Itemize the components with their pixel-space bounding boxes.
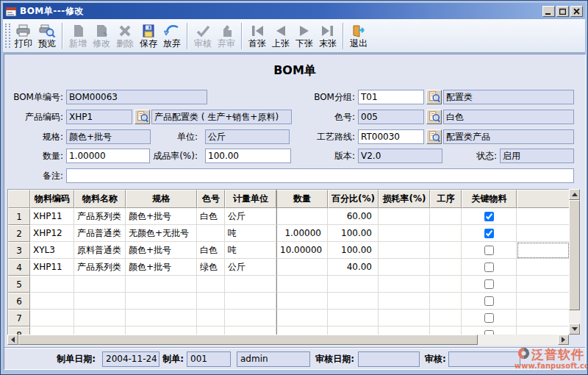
cell-qty[interactable] (276, 276, 328, 293)
cell-material-code[interactable] (30, 293, 74, 310)
last-record-button[interactable]: 末张 (317, 22, 339, 50)
cell-spec[interactable] (126, 293, 197, 310)
cell-loss[interactable] (379, 208, 430, 225)
cell-spec[interactable]: 无颜色+无批号 (126, 225, 197, 242)
key-material-checkbox[interactable] (484, 212, 494, 221)
grid-horizontal-scrollbar[interactable] (7, 335, 569, 346)
key-material-checkbox[interactable] (484, 313, 494, 323)
abandon-button[interactable]: 放弃 (161, 22, 183, 50)
cell-process[interactable] (430, 326, 462, 335)
cell-process[interactable] (430, 225, 462, 242)
cell-key-material[interactable] (462, 208, 517, 225)
cell-material-code[interactable] (30, 310, 74, 326)
cell-key-material[interactable] (462, 310, 517, 326)
vertical-scroll-thumb[interactable] (569, 200, 580, 310)
cell-material-code[interactable]: XHP12 (30, 225, 74, 242)
exit-button[interactable]: 退出 (348, 22, 370, 50)
cell-unit[interactable]: 吨 (225, 225, 276, 242)
maximize-button[interactable] (556, 6, 569, 17)
cell-material-name[interactable]: 产品系列类 (74, 208, 126, 225)
scroll-down-button[interactable] (569, 324, 580, 335)
cell-material-name[interactable]: 产品普通类 (74, 225, 126, 242)
cell-material-code[interactable]: XHP11 (30, 259, 74, 276)
key-material-checkbox[interactable] (484, 229, 494, 238)
first-record-button[interactable]: 首张 (246, 22, 268, 50)
cell-loss[interactable] (379, 293, 430, 310)
cell-color[interactable] (197, 276, 225, 293)
cell-extra[interactable] (517, 293, 569, 310)
cell-qty[interactable] (276, 259, 328, 276)
cell-extra[interactable] (517, 326, 569, 335)
cell-process[interactable] (430, 310, 462, 326)
cell-color[interactable] (197, 293, 225, 310)
cell-percent[interactable]: 60.00 (328, 208, 379, 225)
cell-color[interactable]: 绿色 (197, 259, 225, 276)
print-button[interactable]: 打印 (12, 22, 35, 50)
cell-unit[interactable]: 公斤 (225, 208, 276, 225)
cell-extra[interactable] (517, 259, 569, 276)
close-button[interactable] (570, 6, 583, 17)
toolbar-gripper[interactable] (5, 24, 10, 48)
scroll-right-button[interactable] (558, 335, 569, 345)
cell-percent[interactable] (328, 276, 379, 293)
cell-material-name[interactable]: 产品系列类 (74, 259, 126, 276)
cell-spec[interactable] (126, 276, 197, 293)
cell-percent[interactable] (328, 293, 379, 310)
cell-unit[interactable] (225, 276, 276, 293)
cell-color[interactable] (197, 310, 225, 326)
cell-spec[interactable]: 颜色+批号 (126, 208, 197, 225)
cell-extra[interactable] (517, 310, 569, 326)
horizontal-scroll-thumb[interactable] (18, 335, 478, 345)
cell-percent[interactable]: 100.00 (328, 242, 379, 259)
prev-record-button[interactable]: 上张 (270, 22, 292, 50)
product-code-lookup-button[interactable] (135, 110, 150, 124)
cell-key-material[interactable] (462, 326, 517, 335)
cell-key-material[interactable] (462, 259, 517, 276)
cell-loss[interactable] (379, 310, 430, 326)
route-lookup-button[interactable] (426, 129, 442, 144)
cell-material-name[interactable] (74, 326, 126, 335)
cell-extra[interactable] (517, 276, 569, 293)
route-input[interactable] (358, 129, 424, 144)
cell-qty[interactable] (276, 326, 328, 335)
cell-qty[interactable] (276, 310, 328, 326)
cell-color[interactable]: 白色 (197, 208, 225, 225)
bom-group-lookup-button[interactable] (426, 90, 442, 104)
cell-material-code[interactable] (30, 276, 74, 293)
cell-loss[interactable] (379, 259, 430, 276)
cell-material-code[interactable]: XYL3 (30, 242, 74, 259)
cell-material-code[interactable] (30, 326, 74, 335)
cell-qty[interactable]: 1.00000 (276, 225, 328, 242)
cell-material-name[interactable] (74, 310, 126, 326)
cell-loss[interactable] (379, 276, 430, 293)
cell-process[interactable] (430, 293, 462, 310)
cell-unit[interactable] (225, 326, 276, 335)
cell-color[interactable] (197, 326, 225, 335)
cell-spec[interactable] (126, 310, 197, 326)
yield-input[interactable] (205, 149, 291, 163)
cell-unit[interactable] (225, 293, 276, 310)
cell-spec[interactable]: 颜色+批号 (126, 259, 197, 276)
cell-qty[interactable] (276, 208, 328, 225)
cell-loss[interactable] (379, 225, 430, 242)
cell-material-code[interactable]: XHP11 (30, 208, 74, 225)
cell-process[interactable] (430, 276, 462, 293)
cell-spec[interactable]: 颜色+批号 (126, 242, 197, 259)
cell-key-material[interactable] (462, 242, 517, 259)
minimize-button[interactable] (542, 6, 555, 17)
bom-group-input[interactable] (358, 90, 424, 104)
key-material-checkbox[interactable] (484, 246, 494, 255)
color-no-lookup-button[interactable] (426, 110, 442, 124)
key-material-checkbox[interactable] (484, 296, 494, 306)
cell-key-material[interactable] (462, 293, 517, 310)
cell-unit[interactable]: 吨 (225, 242, 276, 259)
cell-color[interactable]: 白色 (197, 242, 225, 259)
cell-unit[interactable] (225, 310, 276, 326)
cell-qty[interactable] (276, 293, 328, 310)
scroll-up-button[interactable] (569, 189, 580, 200)
cell-qty[interactable]: 10.00000 (276, 242, 328, 259)
cell-unit[interactable]: 公斤 (225, 259, 276, 276)
preview-button[interactable]: 预览 (36, 22, 58, 50)
cell-extra[interactable] (517, 242, 569, 259)
cell-color[interactable] (197, 225, 225, 242)
